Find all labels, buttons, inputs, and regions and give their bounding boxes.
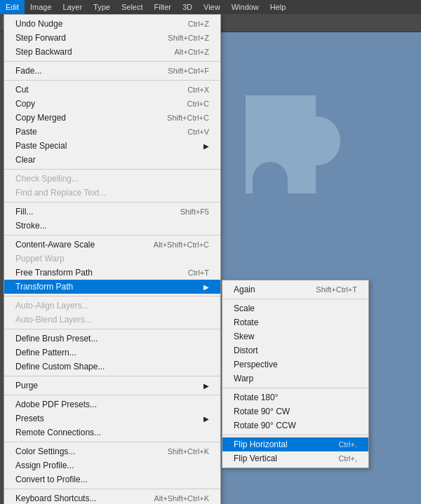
- menu-puppet-warp[interactable]: Puppet Warp: [4, 252, 220, 266]
- submenu-rotate-180[interactable]: Rotate 180°: [222, 390, 368, 404]
- menu-pdf-presets[interactable]: Adobe PDF Presets...: [4, 397, 220, 411]
- menu-cut[interactable]: Cut Ctrl+X: [4, 83, 220, 97]
- menubar-help[interactable]: Help: [265, 0, 292, 14]
- separator-7: [4, 329, 220, 329]
- menu-copy-merged[interactable]: Copy Merged Shift+Ctrl+C: [4, 111, 220, 125]
- menu-free-transform-path[interactable]: Free Transform Path Ctrl+T: [4, 266, 220, 280]
- separator-1: [4, 61, 220, 62]
- submenu-again[interactable]: Again Shift+Ctrl+T: [222, 282, 368, 297]
- menu-purge[interactable]: Purge ▶: [4, 379, 220, 393]
- separator-8: [4, 376, 220, 376]
- submenu-flip-horizontal[interactable]: Flip Horizontal Ctrl+.: [222, 437, 368, 451]
- submenu-warp[interactable]: Warp: [222, 372, 368, 386]
- separator-10: [4, 442, 220, 442]
- menu-clear[interactable]: Clear: [4, 153, 220, 167]
- menubar-select[interactable]: Select: [116, 0, 149, 14]
- separator-5: [4, 235, 220, 236]
- menubar-image[interactable]: Image: [25, 0, 58, 14]
- separator-3: [4, 169, 220, 170]
- menu-color-settings[interactable]: Color Settings... Shift+Ctrl+K: [4, 444, 220, 458]
- menubar-filter[interactable]: Filter: [149, 0, 177, 14]
- menu-content-aware-scale[interactable]: Content-Aware Scale Alt+Shift+Ctrl+C: [4, 238, 220, 252]
- sub-sep-0: [222, 299, 368, 299]
- menu-auto-align[interactable]: Auto-Align Layers...: [4, 299, 220, 313]
- menubar-view[interactable]: View: [198, 0, 226, 14]
- menu-copy[interactable]: Copy Ctrl+C: [4, 97, 220, 111]
- menu-presets[interactable]: Presets ▶: [4, 411, 220, 425]
- separator-9: [4, 395, 220, 395]
- transform-submenu: Again Shift+Ctrl+T Scale Rotate Skew Dis…: [222, 280, 369, 468]
- menu-define-brush[interactable]: Define Brush Preset...: [4, 332, 220, 346]
- menu-stroke[interactable]: Stroke...: [4, 219, 220, 233]
- submenu-rotate-90-ccw[interactable]: Rotate 90° CCW: [222, 418, 368, 433]
- separator-6: [4, 296, 220, 297]
- sub-sep-1: [222, 388, 368, 388]
- submenu-rotate-90-cw[interactable]: Rotate 90° CW: [222, 404, 368, 418]
- menu-paste-special[interactable]: Paste Special ▶: [4, 139, 220, 153]
- canvas-shape: [239, 88, 351, 222]
- menu-bar: Edit Image Layer Type Select Filter 3D V…: [0, 0, 421, 14]
- menu-auto-blend[interactable]: Auto-Blend Layers...: [4, 313, 220, 327]
- menubar-edit[interactable]: Edit: [0, 0, 25, 14]
- menu-remote-connections[interactable]: Remote Connections...: [4, 425, 220, 440]
- menu-define-custom-shape[interactable]: Define Custom Shape...: [4, 360, 220, 374]
- menubar-3d[interactable]: 3D: [177, 0, 198, 14]
- submenu-skew[interactable]: Skew: [222, 329, 368, 343]
- menubar-window[interactable]: Window: [226, 0, 265, 14]
- submenu-perspective[interactable]: Perspective: [222, 357, 368, 372]
- menu-check-spelling[interactable]: Check Spelling...: [4, 172, 220, 186]
- separator-11: [4, 489, 220, 489]
- menubar-layer[interactable]: Layer: [58, 0, 88, 14]
- menu-define-pattern[interactable]: Define Pattern...: [4, 346, 220, 360]
- menu-convert-profile[interactable]: Convert to Profile...: [4, 472, 220, 486]
- separator-2: [4, 80, 220, 81]
- menu-fill[interactable]: Fill... Shift+F5: [4, 205, 220, 219]
- sub-sep-2: [222, 435, 368, 435]
- menu-assign-profile[interactable]: Assign Profile...: [4, 458, 220, 472]
- separator-4: [4, 202, 220, 203]
- menubar-type[interactable]: Type: [88, 0, 116, 14]
- submenu-rotate[interactable]: Rotate: [222, 315, 368, 329]
- submenu-flip-vertical[interactable]: Flip Vertical Ctrl+,: [222, 451, 368, 465]
- edit-dropdown-menu: Undo Nudge Ctrl+Z Step Forward Shift+Ctr…: [4, 14, 221, 504]
- menu-find-replace[interactable]: Find and Replace Text...: [4, 186, 220, 200]
- submenu-distort[interactable]: Distort: [222, 343, 368, 357]
- menu-fade[interactable]: Fade... Shift+Ctrl+F: [4, 64, 220, 78]
- menu-undo-nudge[interactable]: Undo Nudge Ctrl+Z: [4, 17, 220, 31]
- submenu-scale[interactable]: Scale: [222, 301, 368, 315]
- menu-paste[interactable]: Paste Ctrl+V: [4, 125, 220, 139]
- menu-step-backward[interactable]: Step Backward Alt+Ctrl+Z: [4, 45, 220, 59]
- menu-keyboard-shortcuts[interactable]: Keyboard Shortcuts... Alt+Shift+Ctrl+K: [4, 491, 220, 504]
- menu-transform-path[interactable]: Transform Path ▶ Again Shift+Ctrl+T Scal…: [4, 280, 220, 294]
- menu-step-forward[interactable]: Step Forward Shift+Ctrl+Z: [4, 31, 220, 45]
